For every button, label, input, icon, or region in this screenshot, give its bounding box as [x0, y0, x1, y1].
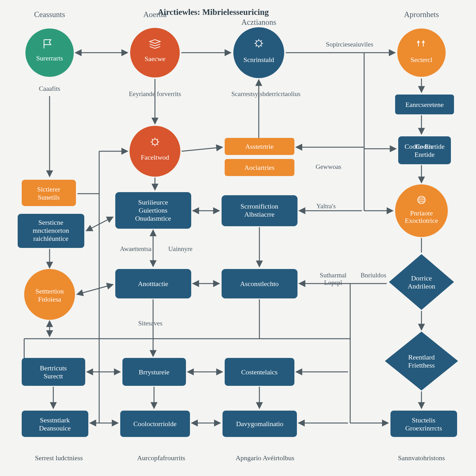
- svg-text:SictiererSunetils: SictiererSunetils: [37, 185, 60, 201]
- node-suriieurce: SuriíieurceGuiertionsOnudasmtice: [115, 192, 191, 229]
- node-scrinstald: Scnrinstald: [233, 27, 284, 78]
- label-briuldos: Bnriuldos: [361, 271, 386, 279]
- label-sutamat: SutharmalLopspî: [320, 271, 346, 286]
- svg-point-2: [130, 28, 180, 77]
- svg-text:ReentlardFrietthess: ReentlardFrietthess: [408, 353, 435, 369]
- node-acarines: Aociartries: [225, 159, 294, 176]
- svg-text:Asconstlechto: Asconstlechto: [240, 280, 279, 288]
- svg-text:SesstntiarkDeansouice: SesstntiarkDeansouice: [39, 416, 71, 432]
- node-eanceretene: Eanrcseretene: [395, 95, 454, 114]
- architecture-diagram: Airctiewles: Mibrielesseuricing Ceassunt…: [0, 0, 476, 476]
- col-header-1: Ceassunts: [34, 10, 65, 19]
- node-surerats: Surerrarts: [25, 29, 74, 77]
- node-davgomalnatio: Davygomalinatio: [223, 411, 297, 437]
- svg-text:Davygomalinatio: Davygomalinatio: [236, 420, 284, 428]
- node-reentiard: ReentlardFrietthess: [385, 332, 458, 390]
- node-facelwod: Faceltwod: [130, 126, 180, 177]
- node-brysurate: Brrystureie: [122, 358, 186, 386]
- node-serticne: Sersticnemnctienortonraichléuntice: [18, 214, 84, 248]
- svg-text:Anotttactie: Anotttactie: [138, 280, 168, 288]
- node-sectecl: Sectercl: [397, 29, 446, 77]
- col-header-3: Acztianons: [241, 18, 276, 26]
- node-sestriarc: SesstntiarkDeansouice: [22, 411, 88, 437]
- svg-text:DorriceAndrileon: DorriceAndrileon: [408, 274, 435, 290]
- col-header-4: Aprornhets: [404, 10, 439, 19]
- edge: [182, 147, 223, 151]
- node-scronfiction: ScrronifictionAlbstiacrre: [222, 195, 298, 226]
- svg-text:SetttertionFnloiesa: SetttertionFnloiesa: [35, 287, 64, 303]
- svg-text:Surerrarts: Surerrarts: [36, 54, 63, 62]
- node-codie: Codlie Enrtide CodlieEnrtide: [398, 136, 451, 164]
- svg-text:Sectercl: Sectercl: [411, 56, 433, 64]
- diagram-title: Airctiewles: Mibrielesseuricing: [158, 7, 269, 17]
- node-secwe: Saecwe: [130, 28, 180, 77]
- svg-point-0: [25, 29, 74, 77]
- caption-1: Serrest ludctniess: [35, 454, 83, 462]
- label-caafts: Caaafits: [39, 85, 60, 92]
- label-scarestys: Scarrestsyjsbderricrtaolius: [231, 90, 301, 98]
- label-yatras: Yaltra's: [316, 202, 336, 210]
- label-gewoas: Gewwoas: [316, 163, 342, 170]
- node-pricote: PnriaoteExoctiotrice: [395, 184, 448, 237]
- caption-4: Sannvatohristons: [398, 454, 445, 462]
- svg-text:Cooloctorriolde: Cooloctorriolde: [133, 420, 176, 428]
- svg-point-4: [233, 27, 284, 78]
- node-asconstecto: Asconstlechto: [222, 269, 298, 298]
- svg-text:Eanrcseretene: Eanrcseretene: [405, 101, 443, 108]
- node-asstrtie: Asstetrtrie: [225, 138, 294, 155]
- svg-text:ScrronifictionAlbstiacrre: ScrronifictionAlbstiacrre: [240, 202, 278, 218]
- svg-text:SuriíieurceGuiertionsOnudasmti: SuriíieurceGuiertionsOnudasmtice: [135, 198, 171, 222]
- svg-text:Saecwe: Saecwe: [144, 55, 165, 63]
- node-anottactie: Anotttactie: [115, 269, 191, 298]
- node-settertion: SetttertionFnloiesa: [24, 269, 75, 320]
- svg-text:Faceltwod: Faceltwod: [141, 153, 169, 161]
- label-siesaves: Sitesaves: [138, 320, 162, 327]
- label-uainye: Uainnyre: [168, 245, 192, 253]
- svg-text:Aociartries: Aociartries: [244, 164, 275, 171]
- col-header-2: Aoertta: [143, 10, 167, 19]
- caption-2: Aurcopfafrourrits: [137, 454, 185, 462]
- node-cooloctoriole: Cooloctorriolde: [120, 411, 190, 437]
- caption-3: Apngario Avéirtolbus: [236, 454, 294, 462]
- svg-point-32: [130, 126, 180, 177]
- svg-text:Brrystureie: Brrystureie: [139, 368, 170, 376]
- svg-text:Asstetrtrie: Asstetrtrie: [245, 143, 274, 150]
- svg-text:Scnrinstald: Scnrinstald: [244, 56, 274, 64]
- node-berticuts: BertricutsSurectt: [22, 358, 85, 386]
- svg-point-15: [397, 29, 446, 77]
- edge: [77, 284, 113, 294]
- svg-text:CodlieEnrtide: CodlieEnrtide: [415, 143, 435, 158]
- label-awatentsa: Awaettentsa: [120, 245, 152, 253]
- svg-text:Costentelaics: Costentelaics: [241, 368, 277, 376]
- label-sopiceseauviles: Sopircieseaiuviles: [326, 41, 373, 48]
- node-costentcies: Costentelaics: [225, 358, 294, 386]
- node-dorice: DorriceAndrileon: [389, 254, 454, 310]
- node-suctels: StuctelisGroexrinrrcts: [390, 411, 457, 437]
- svg-text:BertricutsSurectt: BertricutsSurectt: [40, 364, 67, 380]
- node-sictirer: SictiererSunetils: [22, 180, 76, 206]
